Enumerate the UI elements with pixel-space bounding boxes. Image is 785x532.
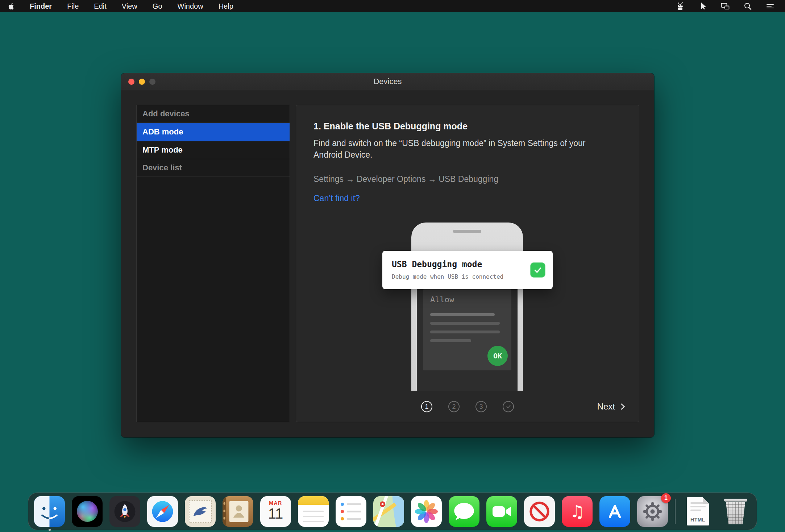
ok-button-mockup: OK xyxy=(487,346,508,366)
text-line-placeholder xyxy=(430,322,500,325)
dock-mail[interactable] xyxy=(185,496,216,527)
menu-edit[interactable]: Edit xyxy=(94,2,106,11)
usb-debugging-callout: USB Debugging mode Debug mode when USB i… xyxy=(382,251,553,289)
dock-safari[interactable] xyxy=(147,496,178,527)
calendar-month: MAR xyxy=(260,500,291,506)
search-icon[interactable] xyxy=(743,1,752,11)
finder-icon xyxy=(34,496,65,527)
next-button-label: Next xyxy=(597,402,615,412)
maps-icon xyxy=(373,496,404,527)
dock-app-store[interactable] xyxy=(599,496,630,527)
dock-facetime[interactable] xyxy=(486,496,517,527)
phone-mockup: Allow OK xyxy=(411,223,523,391)
sidebar: Add devices ADB mode MTP mode Device lis… xyxy=(136,105,290,422)
notification-center-icon[interactable] xyxy=(765,1,775,11)
allow-dialog-title: Allow xyxy=(430,295,454,304)
sidebar-group-add-devices: Add devices xyxy=(137,105,290,123)
sidebar-item-mtp-mode[interactable]: MTP mode xyxy=(137,141,290,159)
safari-icon xyxy=(147,496,178,527)
menu-window[interactable]: Window xyxy=(178,2,203,11)
dock: MAR 11 xyxy=(28,492,757,530)
menu-app-name[interactable]: Finder xyxy=(30,2,52,11)
dock-launchpad[interactable] xyxy=(109,496,140,527)
launchpad-icon xyxy=(109,496,140,527)
desktop: Finder File Edit View Go Window Help xyxy=(0,0,785,532)
html-file-icon: HTML xyxy=(687,497,709,525)
dock-finder[interactable] xyxy=(34,496,65,527)
zoom-button[interactable] xyxy=(149,79,155,85)
wizard-footer: 1 2 3 Next xyxy=(296,391,639,422)
sidebar-item-device-list[interactable]: Device list xyxy=(137,159,290,177)
dock-trash[interactable] xyxy=(720,496,751,527)
facetime-icon xyxy=(486,496,517,527)
dock-notes[interactable] xyxy=(298,496,329,527)
photos-icon xyxy=(411,496,442,527)
window-title: Devices xyxy=(373,77,402,86)
messages-icon xyxy=(449,496,479,527)
calendar-icon: MAR 11 xyxy=(260,496,291,527)
close-button[interactable] xyxy=(128,79,134,85)
next-button[interactable]: Next xyxy=(597,402,627,412)
callout-title: USB Debugging mode xyxy=(392,259,482,269)
dock-html-file[interactable]: HTML xyxy=(682,496,713,527)
dock-messages[interactable] xyxy=(449,496,479,527)
text-line-placeholder xyxy=(430,313,495,316)
dock-calendar[interactable]: MAR 11 xyxy=(260,496,291,527)
dock-system-preferences[interactable]: 1 xyxy=(637,496,668,527)
devices-window: Devices Add devices ADB mode MTP mode De… xyxy=(121,73,654,437)
dock-blocked-app[interactable] xyxy=(524,496,555,527)
checked-checkbox-icon xyxy=(530,262,545,278)
step-indicator-1: 1 xyxy=(421,401,432,412)
chevron-right-icon xyxy=(619,403,627,411)
music-note-icon: ♫ xyxy=(562,496,593,527)
dock-siri[interactable] xyxy=(72,496,103,527)
menu-bar: Finder File Edit View Go Window Help xyxy=(0,0,785,12)
notification-badge: 1 xyxy=(661,493,671,503)
app-store-icon xyxy=(599,496,630,527)
menu-help[interactable]: Help xyxy=(219,2,233,11)
text-line-placeholder xyxy=(430,331,500,333)
contacts-icon xyxy=(223,496,253,527)
trash-icon xyxy=(724,499,747,502)
mail-stamp-icon xyxy=(185,496,216,527)
sidebar-item-adb-mode[interactable]: ADB mode xyxy=(137,123,290,141)
menu-view[interactable]: View xyxy=(122,2,137,11)
dock-photos[interactable] xyxy=(411,496,442,527)
reminders-icon xyxy=(336,496,366,527)
calendar-day: 11 xyxy=(260,506,291,521)
running-indicator xyxy=(49,529,51,531)
displays-icon[interactable] xyxy=(720,1,730,11)
step-indicator-done-icon xyxy=(503,401,514,412)
cursor-icon[interactable] xyxy=(698,1,707,11)
dock-music[interactable]: ♫ xyxy=(562,496,593,527)
apple-menu-icon[interactable] xyxy=(8,3,14,10)
callout-subtitle: Debug mode when USB is connected xyxy=(392,273,503,280)
allow-dialog-mockup: Allow OK xyxy=(423,289,511,370)
content-panel: 1. Enable the USB Debugging mode Find an… xyxy=(296,105,639,422)
html-file-label: HTML xyxy=(687,517,709,523)
phone-speaker xyxy=(453,230,481,233)
text-line-placeholder xyxy=(430,339,471,342)
prohibition-icon xyxy=(524,496,555,527)
android-device-icon[interactable] xyxy=(676,1,685,11)
siri-icon xyxy=(72,496,103,527)
window-titlebar[interactable]: Devices xyxy=(121,73,654,90)
phone-illustration: Allow OK USB Debugging mode Debug mode w… xyxy=(296,105,639,391)
music-icon: ♫ xyxy=(562,496,593,527)
step-indicator-3: 3 xyxy=(475,401,487,412)
step-indicator-2: 2 xyxy=(448,401,460,412)
menu-file[interactable]: File xyxy=(67,2,79,11)
dock-maps[interactable] xyxy=(373,496,404,527)
dock-separator xyxy=(675,499,676,524)
minimize-button[interactable] xyxy=(139,79,145,85)
step-indicators: 1 2 3 xyxy=(421,401,514,412)
notes-icon xyxy=(298,496,329,527)
dock-contacts[interactable] xyxy=(223,496,253,527)
dock-reminders[interactable] xyxy=(336,496,366,527)
menu-go[interactable]: Go xyxy=(153,2,162,11)
